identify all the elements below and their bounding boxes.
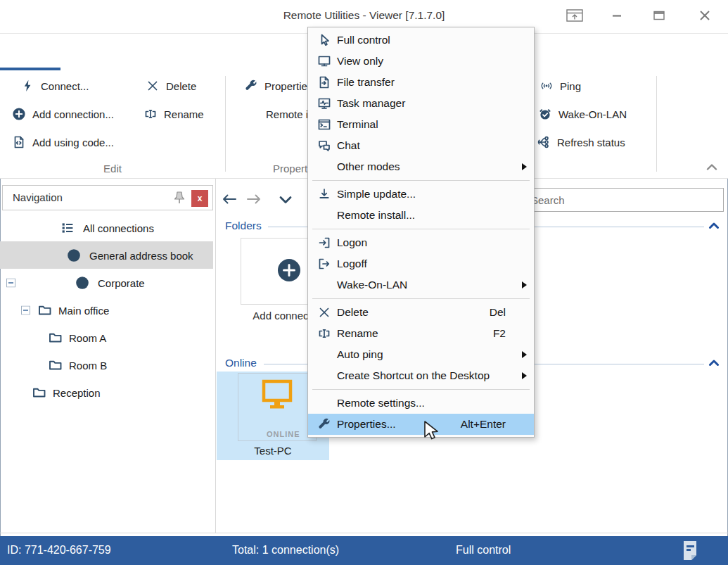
connection-thumbnail: ONLINE (238, 373, 317, 441)
menu-separator (312, 229, 530, 229)
status-bar: ID: 771-420-667-759 Total: 1 connection(… (0, 536, 728, 565)
tree-item-general-address-book[interactable]: General address book (0, 241, 213, 269)
address-book-icon (75, 276, 89, 290)
close-button[interactable] (689, 7, 720, 27)
minimize-icon (611, 10, 622, 24)
forward-button[interactable] (245, 192, 263, 209)
logoff-icon (315, 257, 333, 271)
network-refresh-icon (536, 135, 551, 149)
ping-button[interactable]: Ping (539, 77, 581, 95)
chat-icon (315, 139, 333, 153)
file-transfer-icon (315, 75, 333, 89)
menu-item-terminal[interactable]: Terminal (308, 114, 534, 135)
menu-item-delete[interactable]: Delete Del (308, 302, 534, 323)
arrow-right-icon (245, 192, 263, 209)
menu-separator (312, 298, 530, 299)
maximize-button[interactable] (644, 7, 675, 27)
address-book-icon (67, 248, 81, 262)
tree-item-room-a[interactable]: Room A (0, 324, 213, 351)
menu-item-auto-ping[interactable]: Auto ping (308, 344, 534, 365)
collapse-folders-section-button[interactable] (708, 220, 720, 233)
menu-item-task-manager[interactable]: Task manager (308, 93, 534, 114)
terminal-icon (315, 118, 333, 132)
search-input[interactable] (524, 188, 724, 212)
tree-item-main-office[interactable]: Main office (0, 296, 213, 324)
menu-separator (312, 389, 530, 390)
pin-icon[interactable] (172, 190, 187, 212)
connection-log-icon[interactable] (679, 539, 701, 565)
close-panel-button[interactable]: x (191, 190, 208, 207)
collapse-online-section-button[interactable] (708, 357, 720, 370)
lightning-icon (20, 79, 35, 93)
collapse-ribbon-button[interactable] (705, 162, 719, 174)
minimize-ribbon-button[interactable] (559, 7, 590, 27)
alarm-check-icon (537, 107, 553, 121)
chevron-up-icon (705, 162, 719, 174)
tree-item-corporate[interactable]: Corporate (0, 269, 213, 296)
folders-section-label: Folders (225, 220, 262, 232)
chevron-up-icon (708, 357, 720, 369)
collapse-expander-icon[interactable] (21, 305, 30, 315)
navigation-panel-header: Navigation x (2, 185, 213, 210)
menu-item-properties[interactable]: Properties... Alt+Enter (308, 414, 534, 435)
menu-item-create-shortcut[interactable]: Create Shortcut on the Desktop (308, 365, 534, 386)
menu-item-wake-on-lan[interactable]: Wake-On-LAN (308, 274, 534, 296)
ribbon-separator (225, 76, 226, 172)
menu-item-full-control[interactable]: Full control (308, 30, 534, 51)
status-total: Total: 1 connection(s) (232, 544, 339, 557)
logon-icon (315, 236, 333, 250)
content-border (0, 533, 728, 533)
menu-item-rename[interactable]: Rename F2 (308, 323, 534, 344)
rename-icon (315, 326, 333, 341)
folder-icon (48, 331, 63, 345)
tree-item-room-b[interactable]: Room B (0, 351, 213, 379)
panel-divider (215, 179, 216, 533)
submenu-arrow-icon (522, 163, 527, 170)
navigation-title: Navigation (13, 191, 63, 203)
menu-item-other-modes[interactable]: Other modes (308, 156, 534, 177)
connect-button[interactable]: Connect... (20, 77, 89, 95)
rename-button[interactable]: Rename (143, 105, 204, 123)
folder-dropdown-button[interactable] (276, 193, 295, 209)
menu-item-file-transfer[interactable]: File transfer (308, 72, 534, 93)
menu-item-view-only[interactable]: View only (308, 51, 534, 72)
close-icon (698, 9, 711, 25)
chevron-up-icon (708, 220, 720, 232)
app-window: Remote Utilities - Viewer [7.1.7.0] File… (0, 0, 728, 565)
x-icon (315, 305, 333, 319)
submenu-arrow-icon (522, 372, 527, 379)
folder-icon (37, 303, 53, 317)
back-button[interactable] (220, 192, 238, 209)
tree-item-reception[interactable]: Reception (0, 379, 213, 406)
online-status-badge: ONLINE (267, 430, 300, 438)
monitor-icon (315, 54, 333, 68)
online-section-label: Online (225, 357, 257, 369)
delete-button[interactable]: Delete (145, 77, 196, 95)
menu-item-remote-settings[interactable]: Remote settings... (308, 393, 534, 414)
refresh-status-button[interactable]: Refresh status (536, 133, 625, 151)
tree-item-all-connections[interactable]: All connections (0, 214, 213, 241)
add-connection-button[interactable]: Add connection... (11, 105, 114, 123)
plus-circle-icon (11, 107, 27, 121)
ribbon-collapse-window-icon (566, 9, 583, 25)
menu-item-simple-update[interactable]: Simple update... (308, 184, 534, 205)
list-icon (60, 221, 75, 235)
status-mode: Full control (456, 544, 511, 557)
folder-icon (48, 358, 63, 372)
add-using-code-button[interactable]: Add using code... (11, 133, 114, 151)
x-icon (145, 79, 160, 93)
menu-item-remote-install[interactable]: Remote install... (308, 205, 534, 226)
menu-item-logoff[interactable]: Logoff (308, 253, 534, 274)
wrench-icon (243, 79, 259, 93)
ping-icon (539, 79, 554, 93)
ribbon-separator (656, 76, 657, 172)
minimize-button[interactable] (601, 7, 632, 27)
menu-item-logon[interactable]: Logon (308, 232, 534, 253)
collapse-expander-icon[interactable] (6, 278, 15, 287)
plus-circle-icon (277, 258, 301, 285)
menu-item-chat[interactable]: Chat (308, 135, 534, 156)
rename-icon (143, 107, 158, 121)
wake-on-lan-button[interactable]: Wake-On-LAN (537, 105, 627, 123)
submenu-arrow-icon (522, 281, 527, 288)
menu-separator (312, 180, 530, 181)
